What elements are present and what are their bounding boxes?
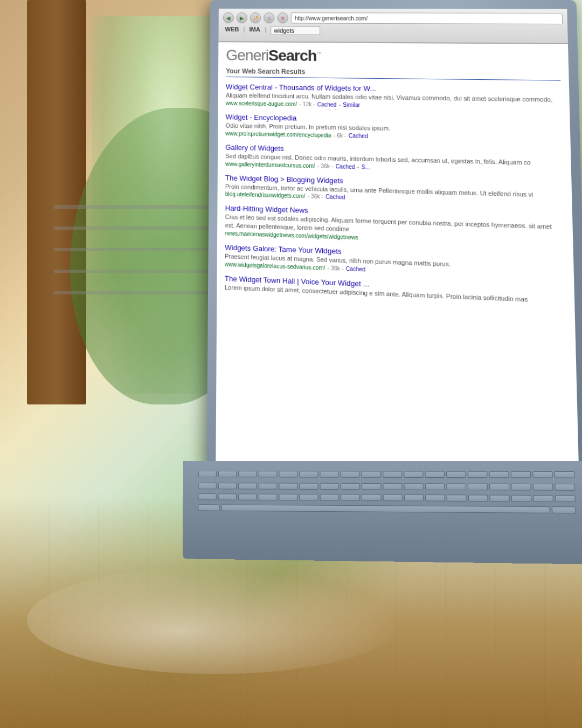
tab-web[interactable]: WEB [225,26,239,35]
key [467,471,487,478]
logo: GeneriSearch™ [226,47,321,64]
result-1-url: www.scelerisque-augue.com/ [226,100,297,107]
key-spacebar [221,505,550,513]
key [533,495,553,502]
table-reflection [27,566,404,674]
key [383,483,402,490]
key [362,471,381,477]
key [279,483,298,490]
result-1-similar[interactable]: Similar [343,102,360,108]
key [425,471,445,478]
result-4-cached[interactable]: Cached [325,194,345,201]
search-result-5: Hard-Hitting Widget News Cras et leo sed… [225,204,565,248]
key [383,471,402,477]
search-input[interactable] [271,26,320,35]
key [198,471,217,477]
browser-tabs: WEB | IMA | [223,26,563,36]
result-3-size: - 36k - [317,163,334,169]
result-4-size: - 36k - [308,193,324,200]
tab-separator2: | [265,26,266,35]
key [446,483,466,490]
key [279,494,298,500]
key [218,471,237,477]
refresh-button[interactable]: ↺ [250,12,261,23]
key [555,495,576,502]
key [511,471,531,478]
key [489,484,509,491]
browser-toolbar: ◀ ▶ ↺ ⌂ ✕ http://www.generisearch.com/ [223,12,563,24]
key [362,495,381,502]
key [404,483,423,490]
keyboard-keys [183,461,582,484]
key [489,471,509,478]
key [404,471,423,478]
results-header: Your Web Search Results [226,67,560,81]
logo-area: GeneriSearch™ [226,47,560,66]
key [341,471,360,477]
key [532,471,553,478]
home-button[interactable]: ⌂ [264,12,274,23]
result-2-url: www.proinpretiumwidget.com/encyclopedia [225,131,331,139]
key [489,495,509,502]
result-1-cached[interactable]: Cached [317,101,337,108]
key [259,471,278,477]
stop-button[interactable]: ✕ [277,12,288,23]
key [238,483,257,489]
search-result-4: The Widget Blog > Blogging Widgets Proin… [225,174,564,207]
back-button[interactable]: ◀ [223,12,234,23]
result-3-similar[interactable]: S... [362,163,370,170]
screen-bezel: ◀ ▶ ↺ ⌂ ✕ http://www.generisearch.com/ W… [207,0,582,497]
key [383,495,402,502]
result-1-size: - 12k - [299,101,315,107]
key [279,471,298,477]
logo-part1: Generi [226,46,268,64]
logo-tm: ™ [316,51,321,56]
tab-separator: | [243,26,245,35]
key [300,483,318,490]
forward-button[interactable]: ▶ [237,12,247,23]
result-3-dash: - [357,163,359,170]
logo-part2: Search [268,47,316,64]
search-results-page: GeneriSearch™ Your Web Search Results Wi… [216,42,579,486]
address-bar[interactable]: http://www.generisearch.com/ [291,12,563,24]
key [555,471,575,478]
key [218,483,237,489]
key [511,495,532,502]
tab-images[interactable]: IMA [250,26,260,35]
keyboard [183,461,582,565]
key [198,493,216,500]
key [468,484,488,491]
key [425,483,445,490]
key [238,471,257,477]
search-result-1: Widget Central - Thousands of Widgets fo… [226,83,562,111]
key [446,471,466,478]
key [341,483,360,490]
search-result-6: Widgets Galore: Tame Your Widgets Praese… [225,243,565,280]
key [362,483,381,490]
result-2-size: - 6k - [334,132,347,139]
key-shift [198,504,219,511]
laptop: ◀ ▶ ↺ ⌂ ✕ http://www.generisearch.com/ W… [210,0,582,512]
key [511,484,531,491]
key [238,493,257,500]
key [555,484,575,491]
browser-chrome: ◀ ▶ ↺ ⌂ ✕ http://www.generisearch.com/ W… [218,9,568,44]
result-3-url: www.galleryinterdumsedcursus.com/ [225,161,315,169]
result-6-size: - 36k - [327,265,343,272]
key [320,471,339,477]
key [218,493,237,500]
key [446,495,466,502]
key [341,494,361,501]
key [404,495,423,502]
search-result-7: The Widget Town Hall | Voice Your Widget… [225,274,566,305]
result-6-cached[interactable]: Cached [346,265,366,272]
result-1-dash: - [339,101,341,107]
result-3-cached[interactable]: Cached [336,163,355,169]
key [320,483,339,490]
key [259,483,278,489]
door [27,0,86,404]
result-2-cached[interactable]: Cached [349,133,368,139]
key [533,484,553,491]
key [320,494,339,500]
key [259,494,278,500]
